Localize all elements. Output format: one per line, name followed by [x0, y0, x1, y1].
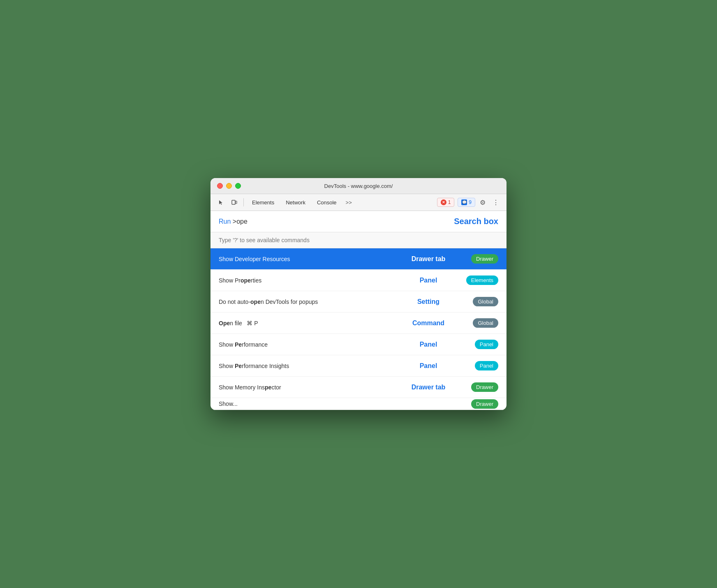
command-row-name-3: Open file ⌘ P: [219, 320, 396, 326]
command-row-name-0: Show Developer Resources: [219, 256, 396, 262]
command-row-1[interactable]: Show Properties Panel Elements: [210, 270, 507, 291]
command-row-badge-0: Drawer: [461, 254, 498, 264]
badge-pill-3: Global: [473, 318, 498, 328]
window-title: DevTools - www.google.com/: [324, 183, 393, 189]
command-row-name-4: Show Performance: [219, 341, 396, 348]
tab-elements[interactable]: Elements: [247, 198, 279, 207]
search-box-label: Search box: [454, 217, 498, 226]
tab-network[interactable]: Network: [281, 198, 310, 207]
command-row-badge-4: Panel: [461, 340, 498, 349]
command-row-name-5: Show Performance Insights: [219, 363, 396, 369]
close-button[interactable]: [217, 183, 223, 189]
devtools-window: DevTools - www.google.com/ Elements Netw…: [210, 178, 507, 410]
command-row-name-partial: Show...: [219, 400, 396, 407]
title-bar: DevTools - www.google.com/: [210, 178, 507, 194]
command-row-0[interactable]: Show Developer Resources Drawer tab Draw…: [210, 248, 507, 270]
badge-pill-partial: Drawer: [471, 399, 498, 409]
console-badge[interactable]: 💬 9: [458, 198, 475, 207]
badge-pill-0: Drawer: [471, 254, 498, 264]
command-search-area: [210, 232, 507, 248]
command-row-name-1: Show Properties: [219, 277, 396, 284]
console-count: 9: [469, 199, 472, 205]
toolbar-divider-1: [243, 198, 244, 206]
command-row-badge-partial: Drawer: [461, 399, 498, 409]
command-results-list: Show Developer Resources Drawer tab Draw…: [210, 248, 507, 410]
command-row-4[interactable]: Show Performance Panel Panel: [210, 334, 507, 355]
badge-pill-4: Panel: [475, 340, 498, 349]
command-row-type-4: Panel: [396, 341, 461, 348]
run-label: Run: [219, 218, 231, 225]
command-row-badge-3: Global: [461, 318, 498, 328]
badge-pill-5: Panel: [475, 361, 498, 370]
device-toggle-icon[interactable]: [229, 197, 240, 208]
cursor-icon[interactable]: [215, 197, 227, 208]
settings-icon[interactable]: ⚙: [477, 197, 488, 208]
query-text: >ope: [233, 218, 247, 225]
toolbar: Elements Network Console >> ✕ 1 💬 9 ⚙ ⋮: [210, 194, 507, 211]
tab-console[interactable]: Console: [312, 198, 342, 207]
error-icon: ✕: [441, 199, 446, 205]
command-palette-header: Run >ope Search box: [210, 211, 507, 232]
badge-pill-1: Elements: [466, 275, 498, 285]
run-query: Run >ope: [219, 218, 247, 225]
command-row-5[interactable]: Show Performance Insights Panel Panel: [210, 355, 507, 377]
svg-rect-1: [236, 201, 237, 204]
command-row-type-1: Panel: [396, 277, 461, 284]
command-row-type-2: Setting: [396, 298, 461, 306]
command-row-name-6: Show Memory Inspector: [219, 384, 396, 391]
command-row-badge-1: Elements: [461, 275, 498, 285]
command-row-6[interactable]: Show Memory Inspector Drawer tab Drawer: [210, 377, 507, 398]
command-row-name-2: Do not auto-open DevTools for popups: [219, 299, 396, 305]
command-row-3[interactable]: Open file ⌘ P Command Global: [210, 313, 507, 334]
command-row-badge-2: Global: [461, 297, 498, 306]
command-row-type-3: Command: [396, 319, 461, 327]
command-row-badge-6: Drawer: [461, 382, 498, 392]
minimize-button[interactable]: [226, 183, 232, 189]
command-row-2[interactable]: Do not auto-open DevTools for popups Set…: [210, 291, 507, 313]
command-row-type-6: Drawer tab: [396, 384, 461, 391]
more-tabs-button[interactable]: >>: [343, 198, 354, 207]
console-icon: 💬: [461, 199, 467, 205]
badge-pill-6: Drawer: [471, 382, 498, 392]
command-row-type-0: Drawer tab: [396, 255, 461, 263]
error-badge[interactable]: ✕ 1: [437, 198, 455, 207]
badge-pill-2: Global: [473, 297, 498, 306]
error-count: 1: [448, 199, 451, 205]
command-row-type-5: Panel: [396, 362, 461, 370]
command-row-partial[interactable]: Show... Drawer: [210, 398, 507, 410]
maximize-button[interactable]: [235, 183, 241, 189]
more-menu-icon[interactable]: ⋮: [490, 197, 502, 208]
command-search-input[interactable]: [219, 237, 498, 243]
svg-rect-0: [232, 200, 235, 204]
traffic-lights: [217, 183, 241, 189]
command-row-badge-5: Panel: [461, 361, 498, 370]
